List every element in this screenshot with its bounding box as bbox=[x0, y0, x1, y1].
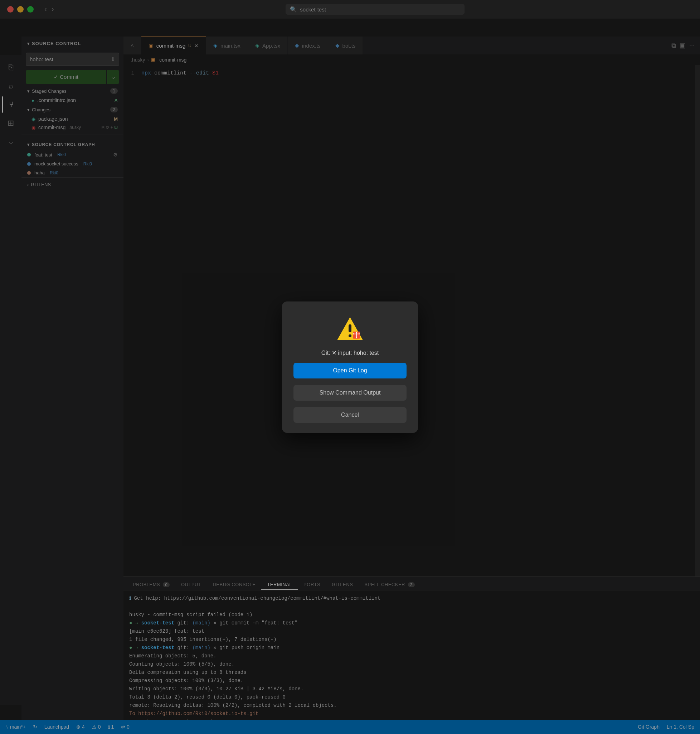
open-git-log-label: Open Git Log bbox=[333, 367, 367, 373]
svg-point-2 bbox=[349, 335, 351, 337]
open-git-log-button[interactable]: Open Git Log bbox=[293, 363, 407, 379]
svg-rect-1 bbox=[349, 324, 351, 332]
svg-point-6 bbox=[356, 332, 357, 333]
warning-git-icon bbox=[336, 314, 364, 343]
cancel-label: Cancel bbox=[341, 412, 359, 418]
dialog-title: Git: ✕ input: hoho: test bbox=[321, 349, 379, 356]
svg-point-8 bbox=[359, 333, 360, 334]
svg-point-7 bbox=[353, 333, 354, 334]
show-command-output-label: Show Command Output bbox=[319, 389, 381, 396]
cancel-button[interactable]: Cancel bbox=[293, 407, 407, 423]
dialog: Git: ✕ input: hoho: test Open Git Log Sh… bbox=[282, 301, 418, 433]
svg-point-9 bbox=[356, 337, 357, 338]
show-command-output-button[interactable]: Show Command Output bbox=[293, 385, 407, 401]
dialog-title-text: Git: ✕ input: hoho: test bbox=[321, 350, 379, 356]
dialog-overlay: Git: ✕ input: hoho: test Open Git Log Sh… bbox=[0, 0, 700, 734]
dialog-icon-area bbox=[336, 314, 364, 343]
